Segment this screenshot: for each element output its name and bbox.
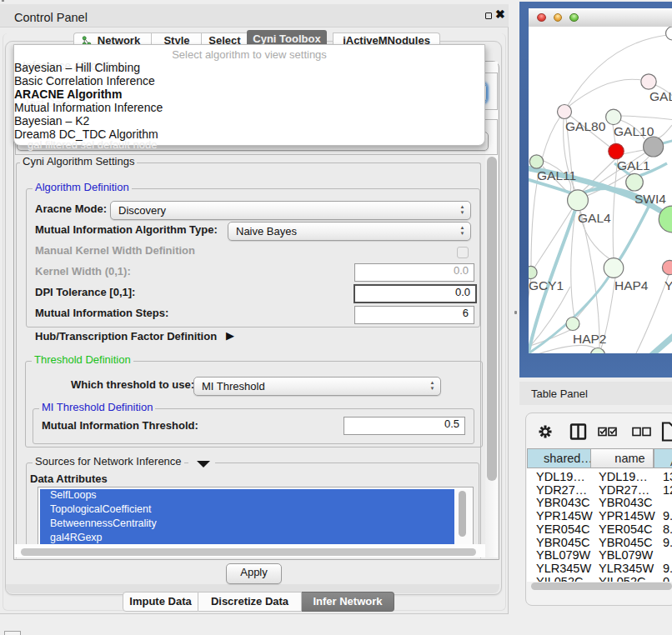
- svg-text:GCY1: GCY1: [529, 278, 564, 292]
- svg-text:HAP2: HAP2: [573, 332, 607, 346]
- svg-text:GAL10: GAL10: [614, 124, 654, 138]
- svg-text:GAL4: GAL4: [578, 211, 611, 225]
- svg-text:GAL80: GAL80: [565, 119, 606, 133]
- svg-text:SWI4: SWI4: [634, 192, 666, 206]
- svg-text:Y: Y: [664, 278, 672, 292]
- svg-text:GAL11: GAL11: [537, 168, 576, 182]
- svg-text:HAP4: HAP4: [614, 278, 649, 292]
- svg-text:GAL1: GAL1: [617, 158, 650, 172]
- svg-text:GAL7: GAL7: [649, 89, 672, 103]
